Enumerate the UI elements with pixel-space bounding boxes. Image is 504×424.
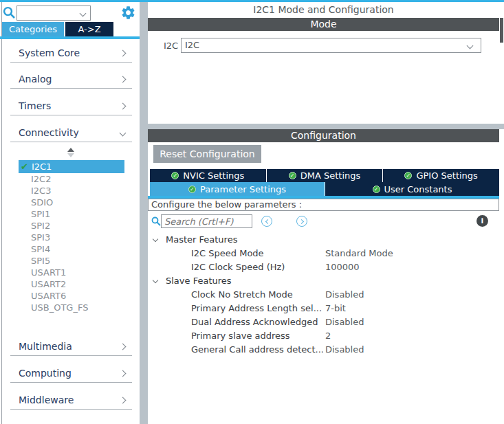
sidebar-item-multimedia[interactable]: Multimedia	[10, 337, 132, 356]
sidebar-item-spi3[interactable]: SPI3	[31, 232, 134, 243]
sidebar-item-i2c1-selected[interactable]: ✔ I2C1	[19, 160, 124, 173]
tab-label: Parameter Settings	[200, 184, 286, 194]
tab-label: User Constants	[384, 184, 452, 194]
check-badge-icon: ✓	[404, 172, 412, 179]
sidebar-item-usart6[interactable]: USART6	[31, 290, 134, 302]
check-badge-icon: ✓	[289, 172, 296, 179]
section-label: Timers	[19, 100, 51, 111]
tab-categories[interactable]: Categories	[2, 22, 64, 36]
sidebar-item-timers[interactable]: Timers	[10, 97, 132, 115]
sidebar-item-i2c3[interactable]: I2C3	[31, 185, 134, 197]
param-row-i2c-speed-mode: I2C Speed Mode Standard Mode	[148, 247, 499, 260]
group-label: Slave Features	[166, 274, 232, 288]
chevron-down-icon	[120, 130, 127, 137]
param-row-dual-address-acknowledged: Dual Address Acknowledged Disabled	[148, 315, 499, 329]
param-label: Primary slave address	[191, 329, 325, 343]
sidebar-item-spi1[interactable]: SPI1	[31, 208, 134, 220]
stm32cubemx-pinout-config-panel: Categories A->Z System Core Analog Timer…	[0, 0, 504, 424]
spinner-down-icon	[67, 153, 74, 157]
selected-peripheral-label: I2C1	[32, 161, 52, 172]
tab-nvic-settings[interactable]: ✓ NVIC Settings	[150, 169, 266, 182]
section-label: Middleware	[19, 394, 74, 405]
check-icon: ✔	[21, 162, 28, 171]
search-icon	[3, 6, 16, 19]
connectivity-peripheral-list: I2C2 I2C3 SDIO SPI1 SPI2 SPI3 SPI4 SPI5 …	[31, 173, 134, 313]
chevron-right-icon	[298, 219, 303, 223]
ip-search-combobox[interactable]	[17, 5, 91, 21]
group-label: Master Features	[166, 233, 237, 247]
chevron-right-icon	[120, 50, 127, 57]
chevron-down-icon	[80, 10, 87, 17]
chevron-right-icon	[120, 344, 127, 350]
sidebar-item-sdio[interactable]: SDIO	[31, 197, 134, 208]
page-title: I2C1 Mode and Configuration	[148, 4, 499, 16]
sidebar-item-i2c2[interactable]: I2C2	[31, 173, 134, 185]
sidebar-item-usart1[interactable]: USART1	[31, 267, 134, 278]
previous-match-button[interactable]	[261, 216, 272, 227]
list-scroll-spinner[interactable]	[67, 148, 75, 157]
sidebar-item-spi5[interactable]: SPI5	[31, 255, 134, 267]
tab-dma-settings[interactable]: ✓ DMA Settings	[267, 169, 383, 182]
i2c-mode-select[interactable]: I2C	[181, 38, 481, 53]
search-input[interactable]	[161, 214, 252, 228]
param-row-clock-no-stretch: Clock No Stretch Mode Disabled	[148, 288, 499, 302]
section-label: Connectivity	[19, 127, 79, 138]
i2c-field-label: I2C	[164, 39, 178, 53]
sidebar-item-middleware[interactable]: Middleware	[10, 391, 132, 410]
check-badge-icon: ✓	[171, 172, 179, 179]
vertical-scrollbar-thumb[interactable]	[500, 18, 503, 43]
section-splitter[interactable]	[148, 124, 504, 129]
tab-gpio-settings[interactable]: ✓ GPIO Settings	[383, 169, 499, 182]
param-value[interactable]: Disabled	[325, 343, 490, 357]
group-master-features[interactable]: Master Features	[148, 233, 499, 247]
chevron-down-icon	[153, 278, 158, 283]
group-slave-features[interactable]: Slave Features	[148, 274, 499, 288]
chevron-down-icon	[467, 43, 474, 49]
reset-configuration-button[interactable]: Reset Configuration	[153, 145, 261, 163]
tab-label: NVIC Settings	[183, 170, 244, 181]
sidebar-item-analog[interactable]: Analog	[10, 70, 132, 89]
sidebar-item-usart2[interactable]: USART2	[31, 278, 134, 290]
sidebar-item-usb-otg-fs[interactable]: USB_OTG_FS	[31, 302, 134, 313]
sidebar-item-spi4[interactable]: SPI4	[31, 243, 134, 255]
sidebar-item-computing[interactable]: Computing	[10, 364, 132, 383]
search-icon	[151, 216, 161, 226]
sidebar-left-border	[1, 2, 2, 424]
gear-icon[interactable]	[120, 5, 136, 21]
sidebar-item-connectivity[interactable]: Connectivity	[10, 124, 132, 142]
param-label: General Call address detect...	[191, 343, 325, 357]
param-value[interactable]: Disabled	[325, 315, 490, 329]
tab-user-constants[interactable]: ✓ User Constants	[325, 182, 499, 196]
config-tabs-row-2: ✓ Parameter Settings ✓ User Constants	[150, 182, 499, 196]
sidebar-item-system-core[interactable]: System Core	[10, 44, 132, 63]
i2c-mode-value: I2C	[185, 40, 199, 50]
panel-splitter[interactable]	[140, 2, 148, 424]
sidebar-tab-underline	[0, 36, 140, 39]
info-icon[interactable]: i	[476, 215, 488, 227]
check-badge-icon: ✓	[373, 186, 380, 193]
parameter-search-row: i	[148, 214, 499, 230]
param-value[interactable]: 100000	[325, 260, 490, 274]
mode-section-bar: Mode	[148, 18, 499, 31]
configuration-section-bar: Configuration	[148, 129, 499, 142]
param-row-general-call-address: General Call address detect... Disabled	[148, 343, 499, 357]
param-row-primary-address-length: Primary Address Length sel... 7-bit	[148, 302, 499, 315]
param-value[interactable]: Standard Mode	[325, 247, 490, 260]
param-label: Dual Address Acknowledged	[191, 315, 325, 329]
section-label: System Core	[19, 47, 80, 58]
section-label: Multimedia	[19, 341, 72, 352]
sidebar-item-spi2[interactable]: SPI2	[31, 220, 134, 232]
param-label: I2C Speed Mode	[191, 247, 325, 260]
param-value[interactable]: 2	[325, 329, 490, 343]
section-label: Computing	[19, 368, 72, 379]
param-value[interactable]: 7-bit	[325, 302, 490, 315]
tab-parameter-settings[interactable]: ✓ Parameter Settings	[150, 182, 325, 196]
chevron-down-icon	[153, 236, 158, 242]
next-match-button[interactable]	[296, 216, 307, 227]
param-value[interactable]: Disabled	[325, 288, 490, 302]
chevron-right-icon	[120, 76, 127, 83]
chevron-right-icon	[120, 397, 127, 404]
tab-a-to-z[interactable]: A->Z	[65, 22, 113, 36]
param-label: I2C Clock Speed (Hz)	[191, 260, 325, 274]
param-label: Clock No Stretch Mode	[191, 288, 325, 302]
